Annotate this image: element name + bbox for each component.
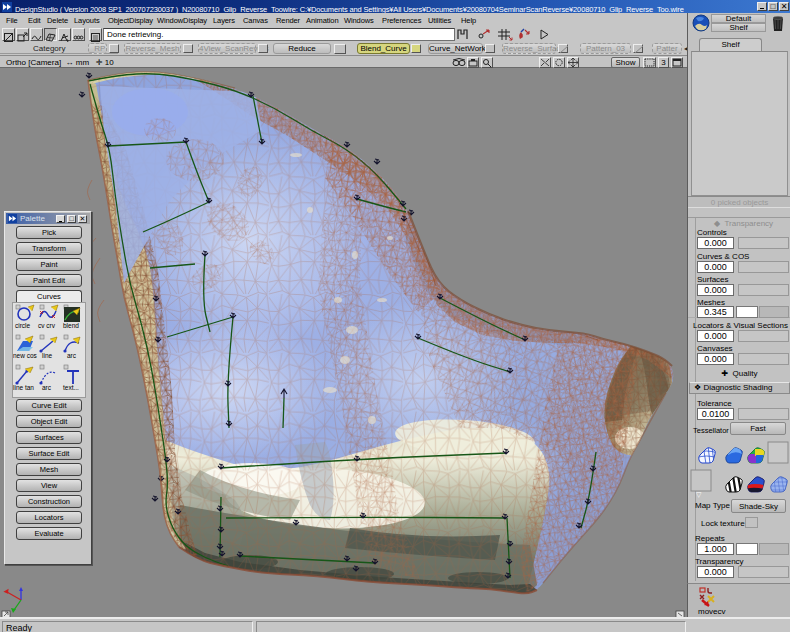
svg-text:cv crv: cv crv — [38, 322, 56, 329]
svg-text:line tan: line tan — [13, 384, 34, 391]
svg-text:text...: text... — [63, 384, 79, 391]
svg-text:line: line — [42, 352, 53, 359]
svg-text:circle: circle — [15, 322, 31, 329]
svg-text:arc: arc — [67, 352, 77, 359]
svg-text:blend: blend — [63, 322, 79, 329]
svg-text:new cos: new cos — [13, 352, 38, 359]
svg-text:arc: arc — [42, 384, 52, 391]
